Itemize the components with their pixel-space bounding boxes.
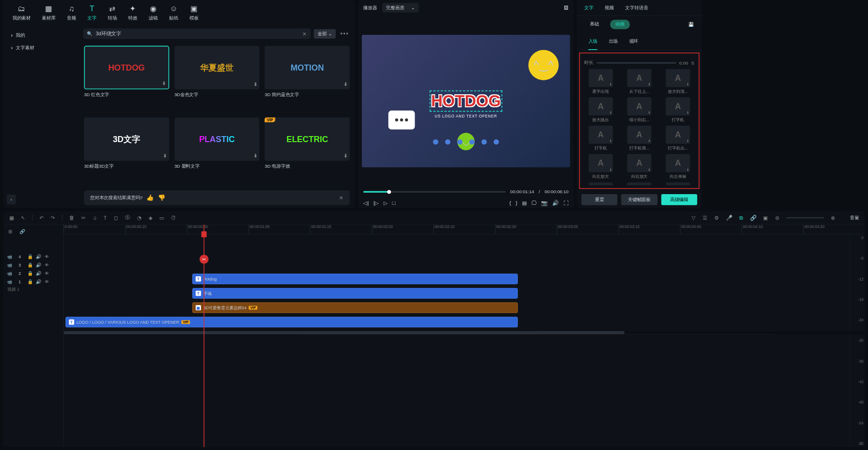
frame-tool[interactable]: ▭ bbox=[159, 215, 164, 221]
animation-item-5[interactable]: A⬇打字机 bbox=[660, 97, 696, 123]
clip[interactable]: THotdog bbox=[192, 274, 518, 284]
thumbs-up-button[interactable]: 👍 bbox=[146, 194, 154, 201]
progress-bar[interactable] bbox=[363, 191, 505, 193]
camera-icon[interactable]: 📹 bbox=[7, 271, 12, 276]
animation-item-6[interactable]: A⬇打字机 bbox=[583, 126, 619, 151]
keyframe-panel-button[interactable]: 关键帧面板 bbox=[621, 194, 658, 205]
more-button[interactable]: ••• bbox=[339, 29, 351, 39]
track-toggle[interactable]: 🔊 bbox=[36, 279, 41, 284]
side-nav-item-0[interactable]: 我的 bbox=[7, 29, 75, 42]
animation-item-0[interactable]: A⬇逐字出现 bbox=[583, 69, 619, 94]
property-tab-2[interactable]: 文字转语音 bbox=[625, 5, 648, 11]
playhead[interactable] bbox=[203, 224, 204, 447]
grid-tool[interactable]: ▦ bbox=[9, 215, 14, 221]
track-toggle[interactable]: 🔒 bbox=[27, 262, 33, 267]
top-tab-4[interactable]: ⇄转场 bbox=[108, 4, 117, 21]
undo-button[interactable]: ↶ bbox=[39, 215, 44, 221]
zoom-out-button[interactable]: ⊖ bbox=[775, 215, 780, 221]
animation-item-12[interactable]: A⬇向右拉伸 bbox=[583, 183, 619, 185]
download-icon[interactable]: ⬇ bbox=[344, 153, 347, 158]
property-tab-0[interactable]: 文字 bbox=[584, 5, 594, 11]
thumbs-down-button[interactable]: 👎 bbox=[158, 194, 165, 201]
duration-slider[interactable] bbox=[596, 62, 676, 63]
track-row-0[interactable]: THotdog bbox=[64, 274, 865, 286]
crop-tool[interactable]: ◻ bbox=[114, 215, 118, 221]
asset-item-5[interactable]: ELECTRICVIP⬇3D 电游字效 bbox=[265, 117, 350, 184]
mic-tool[interactable]: 🎤 bbox=[726, 215, 732, 221]
brace-open-button[interactable]: { bbox=[509, 200, 511, 206]
download-icon[interactable]: ⬇ bbox=[162, 81, 166, 86]
track-toggle[interactable]: 🔒 bbox=[27, 279, 33, 284]
audio-tool[interactable]: ♫ bbox=[93, 215, 97, 221]
mark-tool[interactable]: ▽ bbox=[692, 215, 696, 221]
top-tab-5[interactable]: ✦特效 bbox=[128, 4, 137, 21]
monitor-button[interactable]: 🖵 bbox=[531, 200, 536, 206]
prev-frame-button[interactable]: ◁| bbox=[363, 200, 369, 206]
animation-item-14[interactable]: A⬇圆形放大 bbox=[660, 183, 696, 185]
filter-dropdown[interactable]: 全部 ⌄ bbox=[314, 29, 336, 38]
top-tab-6[interactable]: ◉滤镜 bbox=[149, 4, 158, 21]
animation-item-2[interactable]: A⬇放大到顶... bbox=[660, 69, 696, 94]
track-toggle[interactable]: 👁 bbox=[45, 271, 49, 276]
tag-tool[interactable]: ◈ bbox=[149, 215, 153, 221]
list-tool[interactable]: ☰ bbox=[703, 215, 708, 221]
preview-canvas[interactable]: ^‿^ HOTDOG US LOGO AND TEXT OPENER ◡ bbox=[362, 35, 570, 167]
zoom-in-button[interactable]: ⊕ bbox=[831, 215, 835, 221]
track-toggle[interactable]: 👁 bbox=[45, 254, 49, 259]
link-tool[interactable]: 🔗 bbox=[750, 215, 757, 221]
track-row-2[interactable]: ▣3D可爱教育元素边框04VIP bbox=[64, 302, 865, 314]
animation-item-10[interactable]: A⬇向右放大 bbox=[621, 154, 657, 180]
timeline-tracks[interactable]: 0:00:0000:00:00:1000:00:00:2000:00:01:05… bbox=[64, 224, 865, 447]
sub-tab-1[interactable]: 动画 bbox=[610, 20, 630, 29]
track-toggle[interactable]: 🔒 bbox=[27, 271, 33, 276]
asset-item-2[interactable]: MOTION⬇3D 简约蓝色文字 bbox=[265, 46, 350, 112]
top-tab-8[interactable]: ▣模板 bbox=[189, 4, 199, 21]
speed-tool[interactable]: ⓢ bbox=[125, 214, 130, 221]
layout-mode-button[interactable]: ⊞ bbox=[6, 228, 14, 236]
animation-item-8[interactable]: A⬇打字机出... bbox=[660, 126, 696, 151]
stop-button[interactable]: □ bbox=[392, 200, 396, 206]
color-tool[interactable]: ◔ bbox=[137, 215, 142, 221]
reset-button[interactable]: 重置 bbox=[581, 194, 618, 205]
play-button[interactable]: ▷ bbox=[384, 200, 388, 206]
sub-tab-0[interactable]: 基础 bbox=[584, 20, 604, 29]
asset-item-3[interactable]: 3D文字⬇3D标题3D文字 bbox=[84, 117, 169, 184]
search-input[interactable] bbox=[96, 31, 300, 36]
top-tab-1[interactable]: ▦素材库 bbox=[42, 4, 55, 21]
advanced-edit-button[interactable]: 高级编辑 bbox=[661, 194, 698, 205]
snapshot-button[interactable]: 🖼 bbox=[564, 5, 568, 10]
asset-thumb[interactable]: PLASTIC⬇ bbox=[174, 117, 259, 161]
quality-select[interactable]: 完整画质 ⌄ bbox=[382, 3, 418, 13]
timer-tool[interactable]: ⏱ bbox=[171, 215, 176, 221]
clip[interactable]: ▣3D可爱教育元素边框04VIP bbox=[192, 302, 518, 313]
track-toggle[interactable]: 🔊 bbox=[36, 254, 41, 259]
top-tab-2[interactable]: ♫音频 bbox=[67, 4, 76, 21]
animation-item-4[interactable]: A⬇缩小到右... bbox=[621, 97, 657, 123]
track-toggle[interactable]: 👁 bbox=[45, 262, 49, 267]
delete-button[interactable]: 🗑 bbox=[69, 215, 74, 221]
top-tab-7[interactable]: ☺贴纸 bbox=[169, 4, 178, 21]
animation-item-1[interactable]: A⬇从下往上... bbox=[621, 69, 657, 94]
track-toggle[interactable]: 🔊 bbox=[36, 271, 41, 276]
download-icon[interactable]: ⬇ bbox=[344, 82, 347, 87]
download-icon[interactable]: ⬇ bbox=[254, 82, 257, 87]
camera-icon[interactable]: 📹 bbox=[7, 279, 12, 284]
save-preset-button[interactable]: 💾 bbox=[688, 22, 694, 27]
asset-item-0[interactable]: HOTDOG⬇3D 红色文字 bbox=[84, 46, 169, 112]
clip[interactable]: TLOGO / LOGO / VARIOUS LOGO AND TEXT OPE… bbox=[65, 317, 518, 327]
anim-tab-2[interactable]: 循环 bbox=[629, 36, 639, 47]
horizontal-scrollbar[interactable] bbox=[64, 331, 865, 334]
asset-thumb[interactable]: 3D文字⬇ bbox=[84, 117, 169, 161]
asset-item-1[interactable]: 华夏盛世⬇3D金色文字 bbox=[174, 46, 259, 112]
side-nav-item-1[interactable]: 文字素材 bbox=[7, 42, 75, 54]
anim-tab-1[interactable]: 出场 bbox=[609, 36, 618, 47]
link-mode-button[interactable]: 🔗 bbox=[17, 228, 27, 236]
cut-button[interactable]: ✂ bbox=[81, 215, 86, 221]
track-row-3[interactable]: TLOGO / LOGO / VARIOUS LOGO AND TEXT OPE… bbox=[64, 317, 865, 329]
asset-thumb[interactable]: HOTDOG⬇ bbox=[84, 46, 169, 90]
top-tab-0[interactable]: 🗂我的素材 bbox=[13, 4, 31, 21]
clear-search-button[interactable]: ✕ bbox=[302, 31, 307, 37]
download-icon[interactable]: ⬇ bbox=[163, 153, 167, 158]
track-toggle[interactable]: 👁 bbox=[45, 279, 49, 284]
anim-tab-0[interactable]: 入场 bbox=[588, 36, 598, 47]
